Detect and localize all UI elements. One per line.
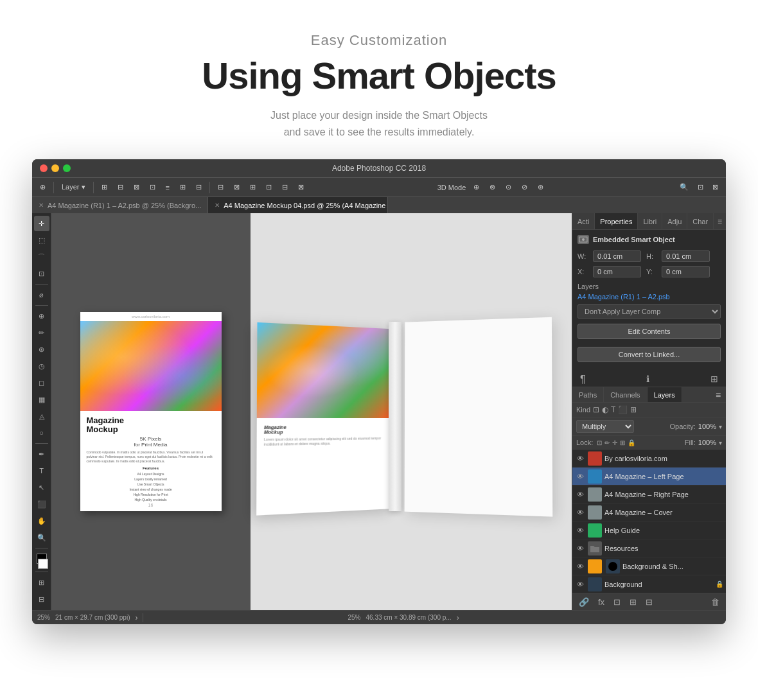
delete-layer-btn[interactable]: 🗑 xyxy=(709,596,722,608)
panel-tab-adju[interactable]: Adju xyxy=(662,213,687,229)
left-arrow[interactable]: › xyxy=(135,613,137,622)
fill-arrow[interactable]: ▾ xyxy=(719,439,722,446)
layer-item-carlosviloria[interactable]: 👁 By carlosviloria.com xyxy=(572,450,726,468)
layers-icon-prop[interactable]: ⊞ xyxy=(710,374,718,385)
layer-filter-icons[interactable]: ⊡ ◐ T ⬛ ⊞ xyxy=(593,405,637,414)
dodge-tool-btn[interactable]: ○ xyxy=(34,425,49,441)
3d-icon-3[interactable]: ⊙ xyxy=(503,182,514,193)
minimize-button[interactable] xyxy=(51,164,59,172)
layer-visibility-toggle[interactable]: 👁 xyxy=(575,579,585,590)
layer-item-background-sh[interactable]: 👁 Background & Sh... xyxy=(572,557,726,575)
3d-icon-2[interactable]: ⊗ xyxy=(487,182,498,193)
hand-tool-btn[interactable]: ✋ xyxy=(34,513,49,529)
link-layers-btn[interactable]: 🔗 xyxy=(576,596,592,608)
toolbar-align-2[interactable]: ⊠ xyxy=(231,182,242,193)
window-controls[interactable] xyxy=(40,164,71,172)
filter-text-icon[interactable]: T xyxy=(611,405,615,414)
gradient-tool-btn[interactable]: ▦ xyxy=(34,392,49,407)
layer-item-cover[interactable]: 👁 A4 Magazine – Cover xyxy=(572,503,726,521)
layer-visibility-toggle[interactable]: 👁 xyxy=(575,507,585,518)
layer-visibility-toggle[interactable]: 👁 xyxy=(575,489,585,500)
panel-tab-acti[interactable]: Acti xyxy=(572,213,595,229)
toolbar-icon-1[interactable]: ⊟ xyxy=(115,182,126,193)
auto-select[interactable]: ⊞ xyxy=(99,182,110,193)
h-input[interactable] xyxy=(662,250,710,262)
toolbar-icon-5[interactable]: ⊞ xyxy=(177,182,188,193)
layer-comp-dropdown[interactable]: Don't Apply Layer Comp xyxy=(577,304,721,319)
crop-tool-btn[interactable]: ⊡ xyxy=(34,266,49,281)
right-arrow[interactable]: › xyxy=(457,613,459,622)
filter-pixel-icon[interactable]: ⊡ xyxy=(593,405,599,414)
move-tool[interactable]: ⊕ xyxy=(37,182,48,193)
new-layer-btn[interactable]: ⊟ xyxy=(643,596,655,608)
tab-2-close[interactable]: ✕ xyxy=(215,202,220,209)
layer-visibility-toggle[interactable]: 👁 xyxy=(575,453,585,464)
tab-1-close[interactable]: ✕ xyxy=(39,202,44,209)
lock-position-icon[interactable]: ✛ xyxy=(612,439,617,446)
shape-tool-btn[interactable]: ⬛ xyxy=(34,496,49,512)
screen-mode-btn[interactable]: ⊟ xyxy=(34,591,49,607)
panel-tab-libri[interactable]: Libri xyxy=(638,213,662,229)
background-color[interactable] xyxy=(38,559,48,569)
opacity-value[interactable]: 100% xyxy=(698,423,716,430)
filter-shape-icon[interactable]: ⬛ xyxy=(618,405,628,414)
text-tool-btn[interactable]: T xyxy=(34,463,49,478)
toolbar-align-6[interactable]: ⊠ xyxy=(295,182,306,193)
eyedropper-tool-btn[interactable]: ⌀ xyxy=(34,287,49,302)
maximize-button[interactable] xyxy=(63,164,71,172)
toolbar-align-5[interactable]: ⊟ xyxy=(279,182,290,193)
path-select-btn[interactable]: ↖ xyxy=(34,480,49,495)
selection-tool-btn[interactable]: ⬚ xyxy=(34,232,49,248)
heal-tool-btn[interactable]: ⊕ xyxy=(34,308,49,324)
eraser-tool-btn[interactable]: ◻ xyxy=(34,375,49,390)
layer-item-resources[interactable]: 👁 Resources xyxy=(572,539,726,557)
edit-contents-button[interactable]: Edit Contents xyxy=(577,324,721,339)
layer-visibility-toggle[interactable]: 👁 xyxy=(575,471,585,482)
close-button[interactable] xyxy=(40,164,48,172)
history-tool-btn[interactable]: ◷ xyxy=(34,358,49,374)
zoom-tool-btn[interactable]: 🔍 xyxy=(34,530,49,545)
share-icon[interactable]: ⊠ xyxy=(710,182,721,193)
tab-1[interactable]: ✕ A4 Magazine (R1) 1 – A2.psb @ 25% (Bac… xyxy=(32,197,208,214)
new-group-btn[interactable]: ⊞ xyxy=(627,596,639,608)
panel-menu-icon[interactable]: ≡ xyxy=(714,213,726,229)
toolbar-icon-2[interactable]: ⊠ xyxy=(131,182,142,193)
toolbar-icon-4[interactable]: ≡ xyxy=(163,182,172,193)
layer-item-background[interactable]: 👁 Background 🔒 xyxy=(572,575,726,593)
x-input[interactable] xyxy=(593,266,641,277)
add-mask-btn[interactable]: ⊡ xyxy=(611,596,623,608)
lock-artboard-icon[interactable]: ⊞ xyxy=(620,439,625,446)
brush-tool-btn[interactable]: ✏ xyxy=(34,325,49,340)
toolbar-align-4[interactable]: ⊡ xyxy=(263,182,274,193)
3d-icon-4[interactable]: ⊘ xyxy=(519,182,530,193)
3d-icon-5[interactable]: ⊛ xyxy=(535,182,546,193)
clone-tool-btn[interactable]: ⊛ xyxy=(34,342,49,357)
edit-mode-btn[interactable]: ⊞ xyxy=(34,575,49,590)
3d-icon-1[interactable]: ⊕ xyxy=(471,182,482,193)
panel-tab-properties[interactable]: Properties xyxy=(595,213,638,229)
lasso-tool-btn[interactable]: ⌒ xyxy=(34,249,49,265)
toolbar-icon-6[interactable]: ⊟ xyxy=(193,182,204,193)
filter-smart-icon[interactable]: ⊞ xyxy=(630,405,637,414)
toolbar-icon-3[interactable]: ⊡ xyxy=(147,182,158,193)
layer-item-help-guide[interactable]: 👁 Help Guide xyxy=(572,521,726,539)
layers-tab-paths[interactable]: Paths xyxy=(572,387,604,402)
move-tool-btn[interactable]: ✛ xyxy=(34,216,49,231)
layer-item-right-page[interactable]: 👁 A4 Magazine – Right Page xyxy=(572,486,726,503)
layer-visibility-toggle[interactable]: 👁 xyxy=(575,525,585,536)
fill-value[interactable]: 100% xyxy=(698,439,716,446)
blur-tool-btn[interactable]: ◬ xyxy=(34,408,49,424)
lock-all-icon[interactable]: 🔒 xyxy=(628,439,635,446)
pen-tool-btn[interactable]: ✒ xyxy=(34,446,49,462)
blend-mode-select[interactable]: Multiply xyxy=(576,420,634,433)
layers-tab-layers[interactable]: Layers xyxy=(648,387,682,402)
paragraph-icon[interactable]: ¶ xyxy=(580,374,586,385)
layer-item-left-page[interactable]: 👁 A4 Magazine – Left Page xyxy=(572,468,726,486)
toolbar-align-1[interactable]: ⊟ xyxy=(215,182,226,193)
filter-adjustment-icon[interactable]: ◐ xyxy=(602,405,608,414)
panel-tab-char[interactable]: Char xyxy=(687,213,714,229)
layers-panel-menu[interactable]: ≡ xyxy=(710,387,726,402)
tab-2[interactable]: ✕ A4 Magazine Mockup 04.psd @ 25% (A4 Ma… xyxy=(208,197,388,214)
opacity-arrow[interactable]: ▾ xyxy=(719,423,722,430)
toolbar-align-3[interactable]: ⊞ xyxy=(247,182,258,193)
